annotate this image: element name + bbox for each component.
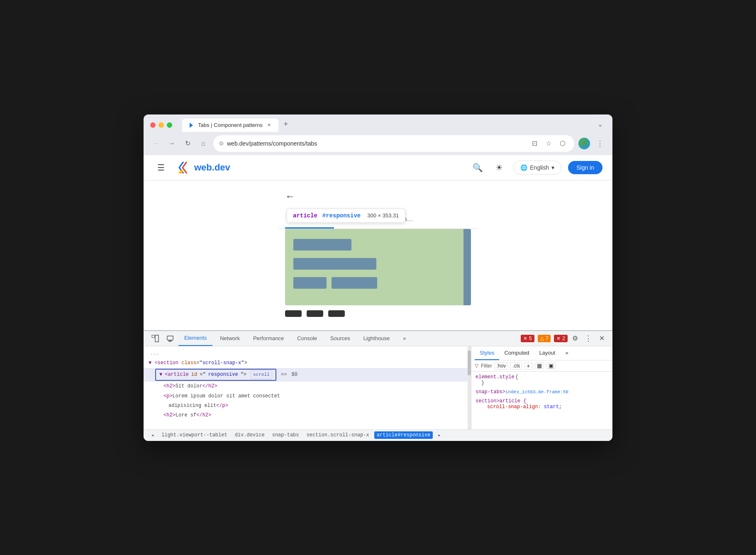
profile-avatar[interactable]: 🌿 <box>578 138 590 149</box>
back-icon: ← <box>153 140 159 147</box>
preview-block-3 <box>293 277 327 289</box>
language-selector-button[interactable]: 🌐 English ▾ <box>513 161 561 175</box>
home-icon: ⌂ <box>201 140 205 147</box>
new-tab-button[interactable]: + <box>280 119 292 130</box>
elements-article-line[interactable]: ▼ <article id="responsive"> scroll == $0 <box>144 368 471 382</box>
search-icon: 🔍 <box>473 163 483 173</box>
devtools-lighthouse-tab[interactable]: Lighthouse <box>358 331 396 346</box>
info-count: 2 <box>562 336 565 341</box>
elements-h2-line[interactable]: <h2>Sit dolor</h2> <box>144 382 471 391</box>
forward-nav-button[interactable]: → <box>166 138 178 149</box>
breadcrumb-snap-tabs[interactable]: snap-tabs <box>270 431 302 439</box>
devtools-elements-tab[interactable]: Elements <box>178 331 212 346</box>
warning-badge[interactable]: △ 7 <box>538 335 551 342</box>
elements-p-line2[interactable]: adipisicing elit</p> <box>144 401 471 411</box>
element-style-rule: element.style { } <box>476 374 608 386</box>
tab-favicon <box>188 122 195 129</box>
styles-content: element.style { } snap-tabs> index_1c583… <box>471 372 612 429</box>
url-text: web.dev/patterns/components/tabs <box>227 140 525 147</box>
back-nav-button[interactable]: ← <box>150 138 162 149</box>
filter-cls-label[interactable]: .cls <box>510 362 522 370</box>
url-bar[interactable]: ⊙ web.dev/patterns/components/tabs ⊡ ☆ ⬡ <box>213 135 574 152</box>
minimize-button[interactable] <box>159 122 164 128</box>
breadcrumb-forward[interactable]: ▸ <box>435 431 443 439</box>
svg-rect-5 <box>155 335 159 342</box>
dollar-zero: == <box>281 372 287 377</box>
element-style-selector: element.style <box>476 374 515 380</box>
breadcrumb-viewport[interactable]: light.viewport--tablet <box>159 431 229 439</box>
devtools-performance-tab[interactable]: Performance <box>247 331 290 346</box>
devtools-more-tabs[interactable]: » <box>397 331 412 346</box>
elements-scrollbar[interactable] <box>468 346 471 429</box>
device-toolbar-button[interactable] <box>163 331 177 346</box>
traffic-lights <box>150 122 172 128</box>
article-preview <box>285 229 471 305</box>
elements-p-line[interactable]: <p>Lorem ipsum dolor sit amet consectet <box>144 392 471 401</box>
demo-container: ← Responsive Accessible Horizo… article#… <box>278 189 478 322</box>
tab-close-icon[interactable]: ✕ <box>266 122 273 129</box>
devtools-content: ... ▼ <section class="scroll-snap-x"> ▼ … <box>144 346 612 429</box>
breadcrumb-back[interactable]: ◂ <box>149 431 156 439</box>
active-tab[interactable]: Tabs | Component patterns ✕ <box>182 119 278 132</box>
svg-marker-0 <box>190 123 193 128</box>
breadcrumb-article[interactable]: article#responsive <box>374 431 433 439</box>
close-button[interactable] <box>150 122 156 128</box>
webdev-logo[interactable]: web.dev <box>175 160 230 175</box>
preview-block-1 <box>293 239 351 251</box>
elements-panel: ... ▼ <section class="scroll-snap-x"> ▼ … <box>144 346 471 429</box>
demo-tab-btn-3[interactable] <box>328 310 345 317</box>
sign-in-button[interactable]: Sign in <box>568 161 602 174</box>
globe-icon: 🌐 <box>520 164 527 171</box>
elements-h2-2-line[interactable]: <h2>Lore sf</h2> <box>144 411 471 420</box>
external-link-icon[interactable]: ⊡ <box>529 138 540 149</box>
tab-title: Tabs | Component patterns <box>198 122 263 128</box>
page-back-button[interactable]: ← <box>278 189 478 204</box>
rule-source-link[interactable]: index_1c583…8e.frame:50 <box>505 389 568 394</box>
maximize-button[interactable] <box>167 122 172 128</box>
language-label: English <box>530 164 549 171</box>
demo-tab-btn-1[interactable] <box>285 310 302 317</box>
devtools-close-button[interactable]: ✕ <box>596 333 607 344</box>
url-actions: ⊡ ☆ ⬡ <box>529 138 568 149</box>
reload-icon: ↻ <box>185 139 190 147</box>
sun-icon: ☀ <box>495 163 503 173</box>
content-area: ← Responsive Accessible Horizo… article#… <box>144 180 612 441</box>
tooltip-dimensions: 300 × 353.31 <box>367 212 399 219</box>
webdev-logo-icon <box>175 160 190 175</box>
force-element-state-button[interactable]: ▦ <box>535 362 544 369</box>
breadcrumb-section[interactable]: section.scroll-snap-x <box>304 431 372 439</box>
computed-tab[interactable]: Computed <box>499 346 534 360</box>
devtools-settings-button[interactable]: ⚙ <box>569 333 581 344</box>
add-style-rule-button[interactable]: + <box>524 362 532 370</box>
devtools-network-tab[interactable]: Network <box>214 331 246 346</box>
scroll-badge[interactable]: scroll <box>251 370 272 380</box>
devtools-sources-tab[interactable]: Sources <box>324 331 356 346</box>
address-bar: ← → ↻ ⌂ ⊙ web.dev/patterns/components/ta… <box>144 132 612 155</box>
search-button[interactable]: 🔍 <box>470 160 485 175</box>
elements-section-line[interactable]: ▼ <section class="scroll-snap-x"> <box>144 358 471 368</box>
devtools-console-tab[interactable]: Console <box>291 331 323 346</box>
demo-tab-btn-2[interactable] <box>307 310 323 317</box>
styles-panel: Styles Computed Layout » ▽ Filter :hov .… <box>471 346 612 429</box>
styles-tab[interactable]: Styles <box>475 346 499 360</box>
error-icon: ✕ <box>523 336 527 341</box>
info-badge[interactable]: ✕ 2 <box>554 335 568 342</box>
styles-more-tabs[interactable]: » <box>560 346 573 360</box>
devtools-more-menu-button[interactable]: ⋮ <box>583 333 594 344</box>
browser-menu-button[interactable]: ⋮ <box>594 138 606 149</box>
theme-toggle-button[interactable]: ☀ <box>492 160 507 175</box>
toggle-classes-button[interactable]: ▣ <box>546 362 556 369</box>
breadcrumb-device[interactable]: div.device <box>232 431 267 439</box>
tab-expand-icon[interactable]: ⌄ <box>594 119 606 130</box>
error-badge[interactable]: ✕ 5 <box>521 335 534 342</box>
inspect-element-button[interactable] <box>149 331 162 346</box>
hamburger-menu-button[interactable]: ☰ <box>154 160 168 175</box>
title-bar: Tabs | Component patterns ✕ + ⌄ <box>144 114 612 132</box>
bookmark-icon[interactable]: ☆ <box>543 138 554 149</box>
browser-window: Tabs | Component patterns ✕ + ⌄ ← → ↻ ⌂ … <box>144 114 612 441</box>
layout-tab[interactable]: Layout <box>534 346 560 360</box>
reload-button[interactable]: ↻ <box>182 138 193 149</box>
extensions-icon[interactable]: ⬡ <box>557 138 568 149</box>
filter-hov-label[interactable]: :hov <box>495 362 508 370</box>
home-button[interactable]: ⌂ <box>198 138 209 149</box>
